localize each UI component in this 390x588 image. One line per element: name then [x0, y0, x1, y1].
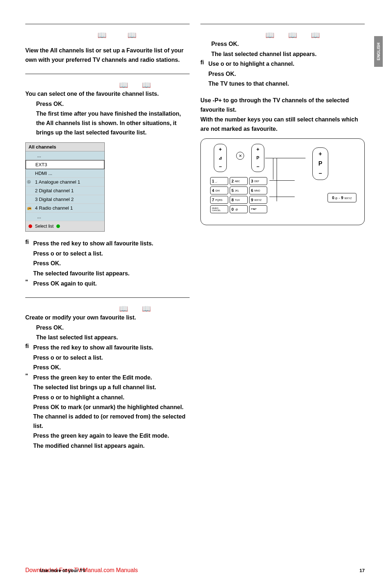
- step-text: The TV tunes to that channel.: [208, 79, 365, 89]
- volume-rocker: + ⊿ −: [214, 144, 227, 172]
- step-text: Press OK.: [36, 99, 190, 109]
- language-tab: ENGLISH: [374, 36, 383, 67]
- page-footer: Downloaded From TV-Manual.com Manuals Us…: [25, 567, 365, 574]
- key-8: 8TUV: [230, 196, 248, 204]
- big-program-rocker: + P −: [312, 147, 328, 180]
- tip-text: With the number keys you can still selec…: [200, 115, 365, 133]
- step-text: The last selected channel list appears.: [211, 50, 365, 59]
- key-9: 9WXYZ: [249, 196, 267, 204]
- step-text: Press the green key to enter the Edit mo…: [33, 373, 190, 382]
- book-icon: 📖: [288, 31, 296, 39]
- book-icon: 📖: [119, 304, 127, 313]
- columns: 📖 📖 View the All channels list or set up…: [25, 22, 365, 451]
- book-icon: 📖: [119, 81, 127, 89]
- key-prev: P⇆P: [249, 205, 267, 213]
- step-text: The selected list brings up a full chann…: [33, 383, 190, 392]
- column-right: 📖 📖 📖 Press OK. The last selected channe…: [200, 22, 365, 451]
- book-icon: 📖: [142, 81, 150, 89]
- step-text: Press o or to select a list.: [33, 353, 190, 362]
- step-text: Press OK.: [208, 69, 365, 79]
- menu-row: 2 Digital channel 1: [26, 186, 104, 195]
- step-text: The selected favourite list appears.: [33, 269, 190, 278]
- column-left: 📖 📖 View the All channels list or set up…: [25, 22, 190, 451]
- key-6: 6MNO: [249, 186, 267, 194]
- tip-text: Use -P+ to go through the TV channels of…: [200, 96, 365, 114]
- menu-footer: Select list: [26, 221, 104, 231]
- key-3: 3DEF: [249, 177, 267, 185]
- menu-row: Ⓐ1 Analogue channel 1: [26, 178, 104, 186]
- book-icon: 📖: [127, 31, 136, 39]
- step-text: Press OK.: [36, 323, 190, 332]
- footer-section-title: Use more of your TV: [40, 568, 86, 573]
- step-text: The modified channel list appears again.: [33, 441, 190, 451]
- key-5: 5JKL: [230, 186, 248, 194]
- menu-row: 📻4 Radio channel 1: [26, 204, 104, 213]
- intro-paragraph: View the All channels list or set up a F…: [25, 46, 190, 64]
- step-text: Press OK.: [33, 363, 190, 372]
- radio-badge-icon: 📻: [27, 206, 31, 210]
- step-text: Press o or to select a list.: [33, 249, 190, 258]
- red-dot-icon: [29, 224, 32, 228]
- key-7: 7PQRS: [210, 196, 228, 204]
- step-text: Press OK.: [33, 259, 190, 268]
- step-text: Press OK again to quit.: [33, 279, 190, 288]
- step-text: Press o or to highlight a channel.: [33, 393, 190, 402]
- step-text: Press the red key to show all favourite …: [33, 343, 190, 352]
- zero-nine-key: 0.@ - 9 WXYZ: [328, 193, 356, 202]
- s531-heading: You can select one of the favourite chan…: [25, 89, 190, 99]
- step-text: Press OK.: [211, 39, 365, 49]
- page: ENGLISH 📖 📖 View the All channels list o…: [25, 22, 365, 574]
- key-2: 2ABC: [230, 177, 248, 185]
- number-keypad: 1_. 2ABC 3DEF 4GHI 5JKL 6MNO 7PQRS 8TUV …: [209, 176, 268, 214]
- page-number: 17: [360, 568, 365, 573]
- key-4: 4GHI: [210, 186, 228, 194]
- menu-row: 3 Digital channel 2: [26, 195, 104, 204]
- book-icon: 📖: [98, 31, 106, 39]
- channel-list-menu: All channels ... EXT3 HDMI ... Ⓐ1 Analog…: [25, 142, 105, 232]
- book-icon: 📖: [311, 31, 319, 39]
- key-1: 1_.: [210, 177, 228, 185]
- mute-icon: ✕: [236, 152, 244, 160]
- key-0: 0.@: [230, 205, 248, 213]
- step-text: Use o or to highlight a channel.: [208, 59, 365, 69]
- step-text: The last selected list appears.: [36, 333, 190, 342]
- analog-badge-icon: Ⓐ: [27, 180, 31, 184]
- step-text: The first time after you have finished t…: [36, 109, 190, 137]
- program-rocker: + P −: [251, 144, 264, 172]
- step-text: Press OK to mark (or unmark) the highlig…: [33, 403, 190, 430]
- key-mheg: MHEG CANCEL: [210, 205, 228, 213]
- menu-row: ...: [26, 151, 104, 160]
- heading-5-3: 📖 📖: [25, 31, 190, 39]
- menu-row: ...: [26, 213, 104, 221]
- remote-diagram: + ⊿ − ✕ + P − 1_. 2ABC 3DEF: [200, 138, 365, 225]
- book-icon: 📖: [142, 304, 150, 313]
- book-icon: 📖: [265, 31, 274, 39]
- s532-intro: Create or modify your own favourite list…: [25, 313, 190, 322]
- menu-row: HDMI ...: [26, 169, 104, 178]
- menu-row-selected: EXT3: [26, 160, 104, 169]
- menu-title: All channels: [26, 143, 104, 151]
- step-text: Press the red key to show all favourite …: [33, 239, 190, 248]
- step-text: Press the green key again to leave the E…: [33, 431, 190, 441]
- green-dot-icon: [56, 224, 60, 228]
